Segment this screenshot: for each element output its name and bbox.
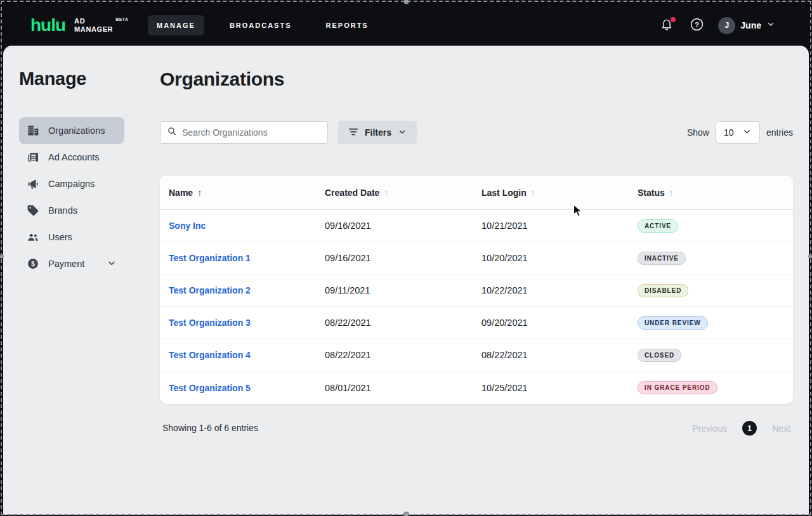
hulu-logo: hulu: [30, 16, 65, 35]
column-header-status[interactable]: Status ↑: [629, 188, 793, 198]
org-name-link[interactable]: Test Organization 2: [169, 285, 251, 295]
help-button[interactable]: ?: [688, 17, 705, 34]
table-row: Test Organization 1 09/16/2021 10/20/202…: [160, 242, 793, 274]
primary-nav: MANAGE BROADCASTS REPORTS: [148, 15, 377, 35]
filter-icon: [348, 127, 358, 138]
table-row: Test Organization 3 08/22/2021 09/20/202…: [160, 307, 793, 339]
sidebar-item-users[interactable]: Users: [19, 224, 124, 250]
status-badge: DISABLED: [638, 284, 688, 297]
ad-account-icon: [27, 151, 39, 164]
table-footer: Showing 1-6 of 6 entries Previous 1 Next: [160, 421, 793, 439]
current-page-button[interactable]: 1: [742, 421, 757, 435]
last-login-cell: 09/20/2021: [473, 318, 629, 328]
table-controls: Filters Show 10 entries: [160, 121, 793, 144]
topbar-right-group: ? J June: [658, 17, 775, 34]
filters-button[interactable]: Filters: [338, 121, 417, 144]
capture-handle-bottom[interactable]: [403, 512, 409, 516]
page-size-group: Show 10 entries: [687, 121, 793, 144]
nav-manage[interactable]: MANAGE: [148, 15, 204, 35]
last-login-cell: 08/22/2021: [473, 350, 629, 360]
top-navigation-bar: hulu AD MANAGER BETA MANAGE BROADCASTS R…: [0, 5, 812, 46]
capture-handle-top[interactable]: [403, 0, 409, 4]
column-label: Status: [638, 188, 665, 198]
org-name-link[interactable]: Sony Inc: [169, 221, 206, 231]
show-label: Show: [687, 127, 709, 138]
org-name-link[interactable]: Test Organization 3: [169, 318, 251, 328]
search-icon: [167, 126, 177, 139]
sidebar-item-label: Payment: [48, 259, 84, 269]
user-name: June: [740, 20, 761, 30]
last-login-cell: 10/21/2021: [473, 221, 629, 231]
chevron-down-icon: [398, 127, 407, 138]
sort-asc-icon: ↑: [669, 188, 674, 197]
last-login-cell: 10/25/2021: [473, 383, 629, 393]
sidebar-item-organizations[interactable]: Organizations: [19, 117, 124, 144]
chevron-down-icon: [107, 258, 117, 270]
table-body: Sony Inc 09/16/2021 10/21/2021 ACTIVE Te…: [160, 210, 793, 404]
entries-summary: Showing 1-6 of 6 entries: [162, 423, 258, 433]
org-name-link[interactable]: Test Organization 5: [169, 383, 251, 393]
filters-label: Filters: [365, 127, 391, 138]
product-line2: MANAGER: [74, 25, 113, 33]
org-name-link[interactable]: Test Organization 1: [169, 253, 251, 263]
column-header-last-login[interactable]: Last Login ↑: [473, 188, 629, 198]
hulu-ad-manager-logo[interactable]: hulu AD MANAGER BETA: [30, 16, 113, 35]
sidebar-item-campaigns[interactable]: Campaigns: [19, 171, 124, 197]
notification-badge-dot: [671, 17, 676, 22]
building-icon: [27, 124, 39, 137]
user-menu[interactable]: J June: [718, 17, 775, 34]
table-row: Test Organization 5 08/01/2021 10/25/202…: [160, 371, 793, 404]
search-input[interactable]: [182, 127, 321, 138]
status-badge: IN GRACE PERIOD: [638, 381, 717, 394]
sidebar-item-ad-accounts[interactable]: Ad Accounts: [19, 144, 124, 171]
next-page-button[interactable]: Next: [772, 423, 790, 434]
sidebar-item-payment[interactable]: $ Payment: [19, 250, 124, 277]
sidebar-item-label: Campaigns: [48, 179, 95, 189]
column-header-name[interactable]: Name ↑: [160, 188, 316, 198]
main-content: Organizations Filters: [160, 46, 793, 515]
chevron-down-icon: [742, 127, 752, 138]
nav-reports[interactable]: REPORTS: [317, 15, 377, 35]
page-title: Organizations: [160, 68, 284, 90]
content-panel: Manage Organizations Ad Accounts: [3, 46, 809, 515]
created-date-cell: 08/22/2021: [316, 350, 473, 360]
sort-asc-icon: ↑: [531, 188, 535, 197]
tag-icon: [27, 204, 39, 217]
question-mark-icon: ?: [690, 17, 704, 34]
nav-broadcasts[interactable]: BROADCASTS: [221, 15, 301, 35]
sidebar: Manage Organizations Ad Accounts: [19, 68, 146, 277]
created-date-cell: 08/01/2021: [316, 383, 473, 393]
last-login-cell: 10/20/2021: [473, 253, 629, 263]
status-badge: CLOSED: [638, 349, 681, 362]
svg-text:?: ?: [695, 20, 699, 28]
product-name: AD MANAGER BETA: [74, 17, 113, 34]
previous-page-button[interactable]: Previous: [693, 423, 727, 434]
sidebar-item-label: Brands: [48, 205, 77, 216]
created-date-cell: 09/16/2021: [316, 221, 473, 231]
dollar-icon: $: [27, 257, 39, 270]
sidebar-item-label: Users: [48, 232, 72, 242]
page-size-value: 10: [724, 127, 734, 138]
sidebar-item-brands[interactable]: Brands: [19, 197, 124, 224]
sidebar-item-label: Ad Accounts: [48, 152, 100, 162]
chevron-down-icon: [766, 20, 775, 31]
status-badge: INACTIVE: [638, 252, 686, 265]
notifications-button[interactable]: [658, 17, 675, 34]
org-name-link[interactable]: Test Organization 4: [169, 350, 251, 360]
users-icon: [27, 231, 39, 243]
status-badge: UNDER REVIEW: [638, 316, 708, 330]
avatar: J: [718, 17, 735, 34]
created-date-cell: 08/22/2021: [316, 318, 473, 328]
sort-asc-icon: ↑: [197, 188, 202, 197]
page-size-select[interactable]: 10: [716, 121, 760, 144]
last-login-cell: 10/22/2021: [473, 285, 629, 295]
product-line1: AD: [74, 17, 85, 25]
column-header-created-date[interactable]: Created Date ↑: [316, 188, 473, 198]
sort-asc-icon: ↑: [384, 188, 388, 197]
sidebar-item-label: Organizations: [48, 126, 105, 136]
created-date-cell: 09/16/2021: [316, 253, 473, 263]
megaphone-icon: [27, 177, 39, 190]
table-row: Test Organization 2 09/11/2021 10/22/202…: [160, 274, 793, 307]
beta-tag: BETA: [115, 15, 129, 23]
capture-handle-right[interactable]: [808, 254, 812, 259]
